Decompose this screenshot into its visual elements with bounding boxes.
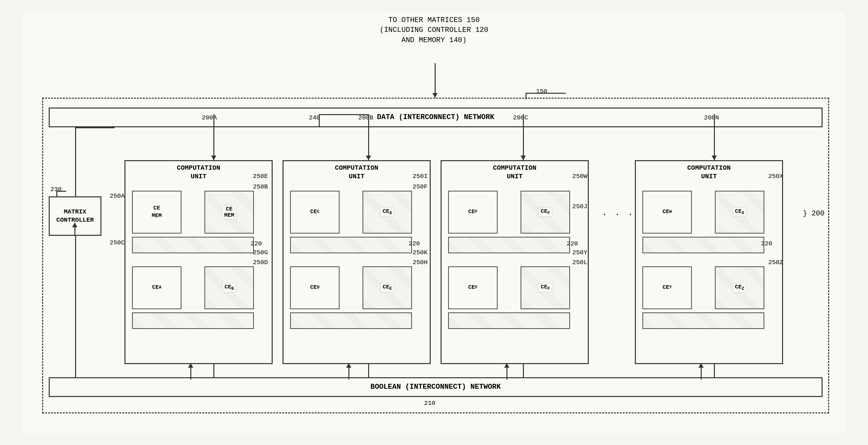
boolean-network-bar: BOOLEAN (INTERCONNECT) NETWORK [49, 377, 823, 397]
ctrl-to-bool-horiz [75, 377, 115, 378]
hatch-bar-8 [643, 312, 764, 329]
conn-200n-bot [714, 364, 715, 377]
ref-150: 150 [536, 88, 547, 95]
ref-250e: 250E [253, 173, 268, 180]
annotation-line2: (INCLUDING CONTROLLER 120 [380, 26, 488, 34]
comp-unit-200b: COMPUTATIONUNIT CEC CEA 220 CED CEE [282, 160, 431, 364]
arrow-ctrl-up [74, 222, 75, 236]
ref-200a: 200A [202, 114, 217, 122]
comp-unit-200n-label: COMPUTATIONUNIT [636, 164, 782, 181]
hatch-bar-1 [132, 237, 254, 253]
ref-250x: 250X [768, 173, 783, 180]
conn-200c-top [523, 114, 524, 160]
ce-w: CEW [643, 191, 692, 234]
arrow-bool-200a [190, 363, 191, 380]
ce-f-1: CEF [448, 191, 498, 234]
ctrl-to-data-line [75, 127, 76, 196]
conn-200a-bot [213, 364, 214, 377]
comp-unit-200b-label: COMPUTATIONUNIT [283, 164, 430, 181]
ref-220-4: 220 [761, 240, 772, 247]
ctrl-to-bool-line [75, 236, 76, 378]
ce-b-1: CEB [205, 266, 254, 309]
ce-y: CEY [643, 266, 692, 309]
conn-200b-top [368, 114, 369, 160]
ref-250b: 250B [253, 183, 268, 191]
ref-250j: 250J [572, 203, 587, 210]
ellipsis-dots: · · · [602, 209, 634, 219]
comp-unit-200n: COMPUTATIONUNIT CEW CEX 220 CEY CEZ [635, 160, 783, 364]
comp-unit-200c-label: COMPUTATIONUNIT [441, 164, 588, 181]
ce-mem-1: CEMEM [132, 191, 181, 234]
ref-210: 210 [424, 400, 435, 407]
ref-200b: 200B [358, 114, 373, 122]
ce-a-2: CEA [363, 191, 412, 234]
ref-250g: 250G [253, 249, 268, 256]
ce-z: CEZ [715, 266, 764, 309]
arrow-bool-200c [506, 363, 507, 380]
ref150-line [526, 93, 566, 94]
ref-200n: 200N [704, 114, 719, 122]
ref-250d: 250D [253, 259, 268, 266]
ce-e: CEE [363, 266, 412, 309]
boolean-network-label: BOOLEAN (INTERCONNECT) NETWORK [370, 383, 501, 391]
ref-250f: 250F [412, 183, 428, 191]
ce-f-3: CEF [448, 266, 498, 309]
ce-f-4: CEF [521, 266, 570, 309]
ctrl-to-data-horiz [75, 127, 115, 128]
ref-250y: 250Y [572, 249, 587, 256]
conn-200c-bot [523, 364, 524, 377]
arrow-top-down [435, 63, 436, 98]
ref-250k: 250K [412, 249, 428, 256]
conn-240-horiz [319, 114, 368, 115]
ref-250i: 250I [412, 173, 428, 180]
conn-200b-bot [368, 364, 369, 377]
arrow-bool-200b [348, 363, 349, 380]
annotation-line3: AND MEMORY 140) [401, 36, 467, 44]
ce-c: CEC [290, 191, 340, 234]
data-network-label: DATA (INTERCONNECT) NETWORK [377, 113, 494, 122]
hatch-bar-3 [290, 237, 412, 253]
top-annotation: TO OTHER MATRICES 150 (INCLUDING CONTROL… [380, 15, 488, 46]
hatch-bar-7 [643, 237, 764, 253]
ce-a-1: CEA [132, 266, 181, 309]
ref-220-2: 220 [409, 240, 420, 247]
comp-unit-200a-label: COMPUTATIONUNIT [125, 164, 272, 181]
ref-250c: 250C [110, 239, 125, 246]
hatch-bar-5 [448, 237, 570, 253]
conn-200a-top [213, 114, 214, 160]
ref-200c: 200C [513, 114, 528, 122]
ref-250w: 250W [572, 173, 587, 180]
annotation-line1: TO OTHER MATRICES 150 [388, 16, 479, 24]
arrow-bool-200n [701, 363, 702, 380]
hatch-bar-2 [132, 312, 254, 329]
ref-250l: 250L [572, 259, 587, 266]
comp-unit-200a: COMPUTATIONUNIT CEMEM CEMEM 220 CEA CEB [124, 160, 273, 364]
ref-250h: 250H [412, 259, 428, 266]
ref-200: 200 [811, 209, 825, 218]
ref-220-1: 220 [251, 240, 262, 247]
diagram-container: TO OTHER MATRICES 150 (INCLUDING CONTROL… [22, 12, 846, 433]
hatch-bar-4 [290, 312, 412, 329]
ref-220-3: 220 [567, 240, 578, 247]
conn-240-horiz-left [319, 114, 320, 127]
ce-x: CEX [715, 191, 764, 234]
ce-f-2: CEF [521, 191, 570, 234]
ref-250a: 250A [110, 193, 125, 200]
ref-250z: 250Z [768, 259, 783, 266]
arrow-230-horiz [57, 191, 66, 192]
ce-d: CED [290, 266, 340, 309]
ce-mem-2: CEMEM [205, 191, 254, 234]
comp-unit-200c: COMPUTATIONUNIT CEF CEF 220 CEF CEF [441, 160, 589, 364]
ref-200-brace: } 200 [803, 209, 825, 218]
conn-200n-top [714, 114, 715, 160]
hatch-bar-6 [448, 312, 570, 329]
